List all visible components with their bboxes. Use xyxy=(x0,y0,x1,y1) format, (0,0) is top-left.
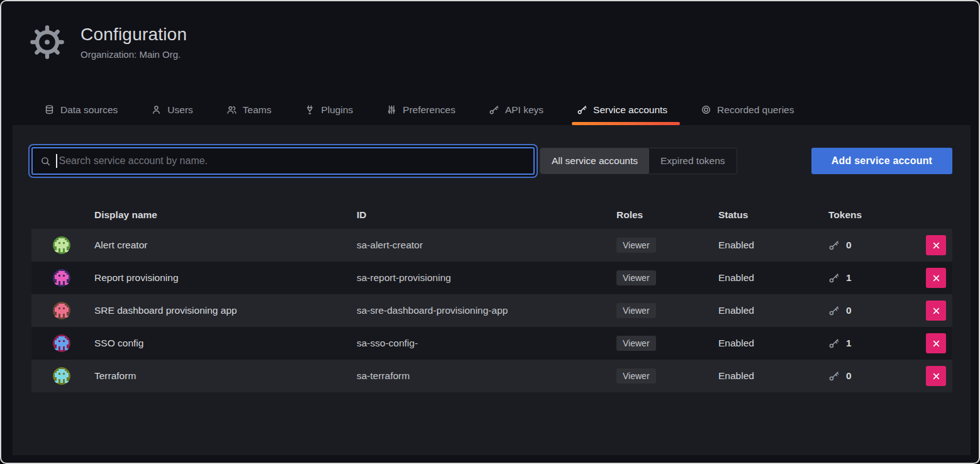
filter-option-all-service-accounts[interactable]: All service accounts xyxy=(540,148,649,174)
role-badge: Viewer xyxy=(616,238,656,253)
add-service-account-button[interactable]: Add service account xyxy=(811,148,952,174)
key-icon xyxy=(828,338,840,349)
delete-service-account-button[interactable] xyxy=(926,268,946,288)
service-account-filter-toggle: All service accountsExpired tokens xyxy=(540,148,737,174)
database-icon xyxy=(44,104,55,115)
column-header-status: Status xyxy=(718,209,828,221)
tab-label: Data sources xyxy=(60,104,118,116)
id-cell: sa-sre-dashboard-provisioning-app xyxy=(357,305,616,316)
column-header-display-name: Display name xyxy=(94,209,357,221)
column-header-id: ID xyxy=(357,209,616,221)
search-icon xyxy=(40,156,51,167)
display-name-cell[interactable]: Report provisioning xyxy=(94,272,357,284)
tab-label: Service accounts xyxy=(593,104,667,116)
close-icon xyxy=(932,241,940,250)
table-row[interactable]: Report provisioning sa-report-provisioni… xyxy=(31,262,952,294)
content-panel: All service accountsExpired tokens Add s… xyxy=(13,125,971,455)
display-name-cell[interactable]: SRE dashboard provisioning app xyxy=(94,305,357,316)
filter-option-expired-tokens[interactable]: Expired tokens xyxy=(649,148,737,174)
table-row[interactable]: SRE dashboard provisioning app sa-sre-da… xyxy=(31,294,952,327)
key-icon xyxy=(828,370,840,382)
key-icon xyxy=(828,272,840,284)
token-count: 0 xyxy=(846,370,852,382)
display-name-cell[interactable]: SSO config xyxy=(94,338,357,349)
search-input[interactable] xyxy=(58,155,526,167)
tab-label: Plugins xyxy=(321,104,353,116)
search-service-account-input[interactable] xyxy=(31,147,535,175)
avatar xyxy=(53,269,70,287)
close-icon xyxy=(932,274,940,282)
column-header-tokens: Tokens xyxy=(828,209,907,221)
page-title: Configuration xyxy=(81,25,187,45)
service-accounts-table: Display name ID Roles Status Tokens Aler… xyxy=(31,201,952,392)
tab-label: Recorded queries xyxy=(717,104,794,116)
gear-icon xyxy=(29,24,65,60)
users-icon xyxy=(226,104,237,115)
avatar xyxy=(53,367,70,385)
sliders-icon xyxy=(386,104,397,115)
plug-icon xyxy=(304,104,315,115)
token-count: 0 xyxy=(846,305,852,316)
display-name-cell[interactable]: Terraform xyxy=(94,370,357,382)
tab-data-sources[interactable]: Data sources xyxy=(43,94,119,125)
id-cell: sa-report-provisioning xyxy=(357,272,616,284)
page-subtitle: Organization: Main Org. xyxy=(81,49,187,60)
token-count: 1 xyxy=(846,272,852,284)
user-icon xyxy=(151,104,162,115)
status-cell: Enabled xyxy=(718,240,828,251)
key-icon xyxy=(828,305,840,316)
status-cell: Enabled xyxy=(718,370,828,382)
tab-plugins[interactable]: Plugins xyxy=(303,94,354,125)
key-icon xyxy=(828,240,840,251)
tab-api-keys[interactable]: API keys xyxy=(487,94,545,125)
tab-label: Teams xyxy=(243,104,272,116)
tab-recorded-queries[interactable]: Recorded queries xyxy=(699,94,795,125)
status-cell: Enabled xyxy=(718,272,828,284)
delete-service-account-button[interactable] xyxy=(926,301,946,321)
key-icon xyxy=(577,104,587,115)
delete-service-account-button[interactable] xyxy=(926,235,946,255)
text-caret xyxy=(56,154,57,168)
tab-preferences[interactable]: Preferences xyxy=(385,94,457,125)
id-cell: sa-sso-config- xyxy=(357,338,616,349)
delete-service-account-button[interactable] xyxy=(926,366,946,386)
config-tab-bar: Data sourcesUsersTeamsPluginsPreferences… xyxy=(43,94,795,125)
table-row[interactable]: Terraform sa-terraform Viewer Enabled 0 xyxy=(31,360,952,392)
table-header-row: Display name ID Roles Status Tokens xyxy=(31,201,952,229)
avatar xyxy=(53,236,70,254)
tab-teams[interactable]: Teams xyxy=(225,94,273,125)
status-cell: Enabled xyxy=(718,338,828,349)
role-badge: Viewer xyxy=(616,270,656,285)
delete-service-account-button[interactable] xyxy=(926,333,946,353)
id-cell: sa-terraform xyxy=(357,370,616,382)
token-count: 0 xyxy=(846,240,852,251)
tab-label: Preferences xyxy=(403,104,455,116)
display-name-cell[interactable]: Alert creator xyxy=(94,240,357,251)
close-icon xyxy=(932,340,940,348)
avatar xyxy=(53,302,70,319)
close-icon xyxy=(932,372,940,380)
token-count: 1 xyxy=(846,338,852,349)
role-badge: Viewer xyxy=(616,368,656,384)
id-cell: sa-alert-creator xyxy=(357,240,616,251)
avatar xyxy=(53,334,70,352)
tab-service-accounts[interactable]: Service accounts xyxy=(576,94,669,125)
column-header-roles: Roles xyxy=(616,209,718,221)
record-icon xyxy=(701,104,711,115)
grafana-configuration-page: Configuration Organization: Main Org. Da… xyxy=(0,0,980,464)
page-header: Configuration Organization: Main Org. xyxy=(29,24,187,60)
table-row[interactable]: Alert creator sa-alert-creator Viewer En… xyxy=(31,229,952,262)
role-badge: Viewer xyxy=(616,303,656,318)
tab-label: API keys xyxy=(505,104,543,116)
close-icon xyxy=(932,307,940,315)
tab-users[interactable]: Users xyxy=(150,94,194,125)
table-row[interactable]: SSO config sa-sso-config- Viewer Enabled… xyxy=(31,327,952,360)
tab-label: Users xyxy=(167,104,192,116)
status-cell: Enabled xyxy=(718,305,828,316)
key-icon xyxy=(489,104,499,115)
role-badge: Viewer xyxy=(616,336,656,351)
